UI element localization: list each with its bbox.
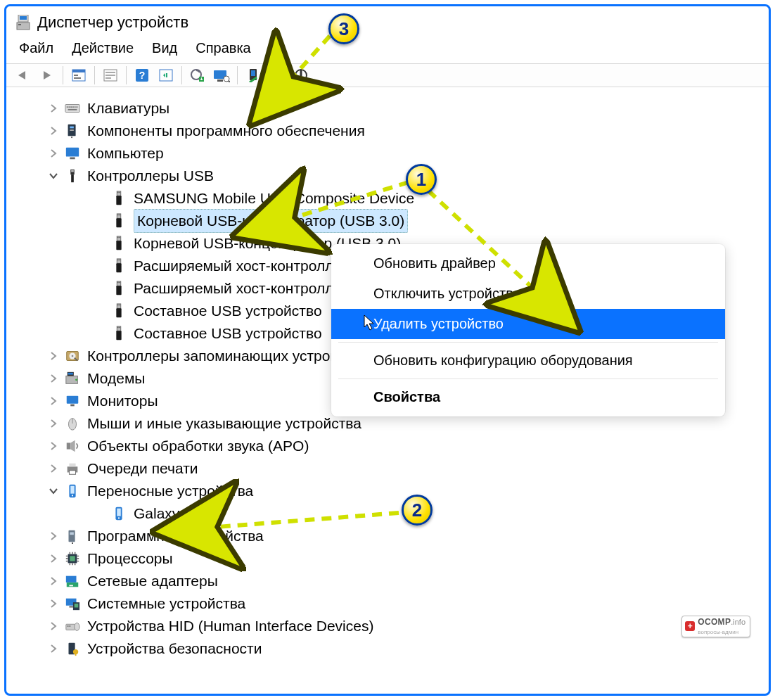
tree-item-label: Устройства безопасности	[87, 637, 262, 661]
svg-rect-119	[69, 625, 70, 627]
menu-file[interactable]: Файл	[19, 40, 53, 56]
svg-rect-1	[20, 16, 27, 20]
svg-rect-84	[69, 464, 75, 467]
svg-rect-54	[116, 241, 121, 250]
tree-item-label: Процессоры	[87, 547, 173, 571]
svg-rect-6	[74, 75, 78, 76]
context-menu-item[interactable]: Отключить устройство	[331, 279, 725, 309]
tree-item[interactable]: Объекты обработки звука (APO)	[6, 435, 769, 457]
show-hidden-button[interactable]	[69, 65, 89, 85]
svg-rect-33	[68, 109, 77, 110]
svg-rect-44	[117, 192, 118, 193]
svg-rect-70	[116, 331, 121, 340]
context-menu-item[interactable]: Свойства	[331, 382, 725, 412]
chevron-right-icon[interactable]	[49, 464, 58, 473]
tree-item[interactable]: Программные устройства	[6, 525, 769, 547]
chevron-down-icon[interactable]	[49, 171, 58, 181]
menu-action[interactable]: Действие	[72, 40, 134, 56]
audio-icon	[64, 438, 81, 454]
svg-rect-85	[69, 471, 75, 475]
usb-icon	[110, 280, 127, 297]
tree-item[interactable]: Устройства безопасности	[6, 637, 769, 660]
tree-item[interactable]: Сетевые адаптеры	[6, 570, 769, 592]
chevron-right-icon[interactable]	[49, 599, 58, 609]
svg-rect-94	[72, 542, 73, 544]
svg-rect-82	[67, 443, 71, 449]
tree-item[interactable]: Очереди печати	[6, 457, 769, 480]
svg-rect-63	[117, 304, 121, 308]
svg-rect-26	[65, 105, 79, 113]
svg-rect-122	[75, 654, 77, 656]
scan-hardware-button[interactable]	[212, 65, 231, 85]
chevron-right-icon[interactable]	[49, 351, 58, 361]
chevron-right-icon[interactable]	[49, 621, 58, 631]
context-menu-item[interactable]: Обновить драйвер	[331, 248, 725, 279]
tree-item[interactable]: Galaxy M31	[6, 502, 769, 525]
svg-rect-59	[117, 281, 121, 286]
tree-item[interactable]: Корневой USB-концентратор (USB 3.0)	[6, 210, 769, 232]
annotation-badge-1: 1	[406, 164, 437, 195]
svg-rect-57	[119, 260, 120, 260]
tree-item-label: Системные устройства	[87, 592, 245, 616]
tree-item[interactable]: Клавиатуры	[6, 97, 769, 120]
usbctrl-icon	[64, 167, 81, 184]
svg-rect-49	[119, 215, 120, 215]
chevron-right-icon[interactable]	[49, 531, 58, 541]
disable-device-button[interactable]	[243, 65, 263, 85]
context-menu-item[interactable]: Обновить конфигурацию оборудования	[331, 345, 725, 376]
chevron-right-icon[interactable]	[49, 396, 58, 406]
chevron-right-icon[interactable]	[49, 576, 58, 586]
tree-item[interactable]: Системные устройства	[6, 592, 769, 615]
titlebar: Диспетчер устройств	[6, 6, 769, 37]
disable-device-alt-button[interactable]	[291, 65, 311, 85]
watermark-brand: OCOMP	[698, 617, 731, 627]
tree-item-label: Устройства HID (Human Interface Devices)	[87, 615, 373, 638]
update-driver-button[interactable]: +	[188, 65, 207, 85]
svg-rect-93	[70, 533, 74, 535]
chevron-right-icon[interactable]	[49, 103, 58, 113]
help-button[interactable]: ?	[132, 65, 152, 85]
context-menu-separator	[338, 342, 718, 343]
svg-rect-62	[116, 286, 121, 295]
tree-item[interactable]: Переносные устройства	[6, 480, 769, 502]
chevron-right-icon[interactable]	[49, 126, 58, 136]
svg-rect-42	[71, 174, 74, 182]
chevron-right-icon[interactable]	[49, 554, 58, 564]
annotation-badge-3: 3	[328, 13, 359, 44]
tree-item[interactable]: Процессоры	[6, 547, 769, 570]
usb-icon	[110, 190, 127, 207]
properties-button[interactable]	[101, 65, 120, 85]
plus-icon: +	[685, 621, 695, 631]
svg-rect-67	[117, 326, 121, 331]
tree-item[interactable]: Устройства HID (Human Interface Devices)	[6, 615, 769, 637]
tree-item[interactable]: Компоненты программного обеспечения	[6, 120, 769, 142]
svg-rect-9	[105, 72, 115, 73]
menu-view[interactable]: Вид	[152, 40, 177, 56]
nav-forward-button[interactable]	[37, 65, 57, 85]
chevron-right-icon[interactable]	[49, 441, 58, 451]
tree-item[interactable]: Контроллеры USB	[6, 165, 769, 187]
svg-rect-45	[119, 192, 120, 193]
chevron-down-icon[interactable]	[49, 486, 58, 496]
svg-rect-58	[116, 263, 121, 272]
tree-item[interactable]: Компьютер	[6, 142, 769, 165]
svg-point-77	[75, 378, 77, 381]
svg-rect-48	[117, 215, 118, 215]
svg-rect-52	[117, 237, 118, 238]
nav-back-button[interactable]	[13, 65, 33, 85]
chevron-right-icon[interactable]	[49, 148, 58, 158]
uninstall-device-button[interactable]	[267, 65, 287, 85]
scan-action-button[interactable]	[156, 65, 176, 85]
svg-rect-41	[71, 170, 74, 172]
menu-help[interactable]: Справка	[196, 40, 250, 56]
usb-icon	[110, 303, 127, 319]
svg-rect-35	[70, 127, 74, 129]
chevron-right-icon[interactable]	[49, 644, 58, 654]
cpu-icon	[64, 550, 81, 567]
toolbar: ? +	[6, 63, 769, 87]
chevron-right-icon[interactable]	[49, 374, 58, 383]
svg-rect-10	[105, 75, 115, 76]
context-menu-item[interactable]: Удалить устройство	[331, 309, 725, 339]
tree-item[interactable]: SAMSUNG Mobile USB Composite Device	[6, 187, 769, 210]
chevron-right-icon[interactable]	[49, 419, 58, 428]
